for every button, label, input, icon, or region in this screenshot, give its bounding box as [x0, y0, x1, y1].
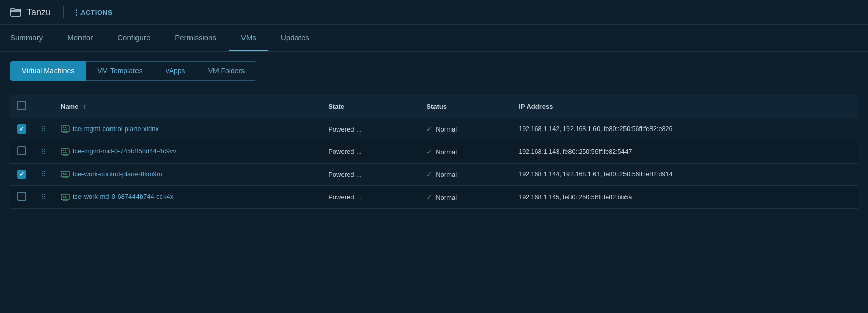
row-checkbox[interactable]	[17, 146, 26, 155]
col-header-name[interactable]: Name ↑	[53, 95, 321, 118]
col-header-status[interactable]: Status	[419, 95, 511, 118]
svg-rect-1	[61, 126, 69, 132]
subtab-vapps[interactable]: vApps	[154, 61, 197, 81]
select-all-checkbox[interactable]	[17, 101, 26, 110]
status-text: Normal	[436, 125, 457, 133]
status-check-icon: ✓	[426, 148, 432, 156]
nav-tabs: Summary Monitor Configure Permissions VM…	[0, 25, 868, 52]
row-checkbox-cell[interactable]	[10, 140, 34, 164]
vm-icon	[61, 193, 70, 201]
vm-name-cell: tce-work-md-0-687444b744-cck4x	[53, 186, 321, 209]
actions-button[interactable]: ACTIONS	[76, 9, 113, 16]
tab-vms[interactable]: VMs	[229, 25, 268, 51]
status-text: Normal	[436, 171, 457, 178]
row-checkbox[interactable]	[17, 170, 26, 179]
vm-status-cell: ✓Normal	[419, 118, 511, 140]
header: Tanzu ACTIONS	[0, 0, 868, 25]
table-row: ⠿ tce-mgmt-control-plane-xtdnxPowered ..…	[10, 118, 858, 140]
subtab-vm-templates[interactable]: VM Templates	[86, 61, 154, 81]
dots-icon	[76, 9, 77, 16]
drag-handle-cell[interactable]: ⠿	[34, 118, 53, 140]
vm-state-cell: Powered ...	[321, 140, 419, 164]
drag-dots-icon: ⠿	[41, 193, 46, 201]
vm-name-link[interactable]: tce-work-md-0-687444b744-cck4x	[73, 193, 173, 200]
status-check-icon: ✓	[426, 170, 432, 178]
tab-permissions[interactable]: Permissions	[162, 25, 229, 51]
vm-ip-cell: 192.168.1.145, fe80::250:56ff:fe82:bb5a	[511, 186, 858, 209]
vm-status-cell: ✓Normal	[419, 186, 511, 209]
status-check-icon: ✓	[426, 125, 432, 133]
row-checkbox-cell[interactable]	[10, 118, 34, 140]
row-checkbox[interactable]	[17, 192, 26, 201]
drag-handle-header	[34, 95, 53, 118]
table-row: ⠿ tce-mgmt-md-0-745b858d44-4c9vvPowered …	[10, 140, 858, 164]
vm-ip-cell: 192.168.1.144, 192.168.1.61, fe80::250:5…	[511, 164, 858, 186]
svg-rect-4	[61, 194, 69, 200]
vm-status-cell: ✓Normal	[419, 164, 511, 186]
vm-icon	[61, 148, 70, 156]
status-check-icon: ✓	[426, 193, 432, 201]
subtab-vm-folders[interactable]: VM Folders	[197, 61, 257, 81]
vm-ip-cell: 192.168.1.143, fe80::250:56ff:fe82:5447	[511, 140, 858, 164]
vm-ip-cell: 192.168.1.142, 192.168.1.60, fe80::250:5…	[511, 118, 858, 140]
vm-name-cell: tce-mgmt-md-0-745b858d44-4c9vv	[53, 140, 321, 164]
vm-state-cell: Powered ...	[321, 186, 419, 209]
sort-arrow-icon[interactable]: ↑	[83, 103, 86, 110]
vm-name-cell: tce-work-control-plane-8km9m	[53, 164, 321, 186]
svg-rect-2	[61, 149, 69, 154]
select-all-header[interactable]	[10, 95, 34, 118]
tab-configure[interactable]: Configure	[105, 25, 162, 51]
tab-updates[interactable]: Updates	[268, 25, 321, 51]
vm-state-cell: Powered ...	[321, 164, 419, 186]
tab-summary[interactable]: Summary	[10, 25, 55, 51]
table-row: ⠿ tce-work-control-plane-8km9mPowered ..…	[10, 164, 858, 186]
tab-monitor[interactable]: Monitor	[55, 25, 105, 51]
drag-dots-icon: ⠿	[41, 170, 46, 178]
status-text: Normal	[436, 194, 457, 201]
row-checkbox-cell[interactable]	[10, 164, 34, 186]
svg-rect-3	[61, 171, 69, 177]
drag-handle-cell[interactable]: ⠿	[34, 164, 53, 186]
subtab-virtual-machines[interactable]: Virtual Machines	[10, 61, 86, 81]
vm-table: Name ↑ State Status IP Address ⠿ tce-mgm…	[10, 95, 858, 209]
vm-name-link[interactable]: tce-work-control-plane-8km9m	[73, 170, 162, 178]
drag-dots-icon: ⠿	[41, 148, 46, 156]
row-checkbox[interactable]	[17, 124, 26, 134]
row-checkbox-cell[interactable]	[10, 186, 34, 209]
vm-name-cell: tce-mgmt-control-plane-xtdnx	[53, 118, 321, 140]
drag-dots-icon: ⠿	[41, 125, 46, 133]
drag-handle-cell[interactable]: ⠿	[34, 140, 53, 164]
vm-icon	[61, 170, 70, 178]
col-header-state[interactable]: State	[321, 95, 419, 118]
vm-table-container: Name ↑ State Status IP Address ⠿ tce-mgm…	[0, 95, 868, 219]
drag-handle-cell[interactable]: ⠿	[34, 186, 53, 209]
header-divider	[63, 6, 64, 18]
app-title: Tanzu	[26, 7, 51, 18]
status-text: Normal	[436, 148, 457, 156]
vm-icon	[61, 125, 70, 133]
folder-icon	[10, 8, 21, 17]
vm-name-link[interactable]: tce-mgmt-md-0-745b858d44-4c9vv	[73, 147, 176, 155]
vm-state-cell: Powered ...	[321, 118, 419, 140]
actions-label: ACTIONS	[80, 9, 113, 16]
table-row: ⠿ tce-work-md-0-687444b744-cck4xPowered …	[10, 186, 858, 209]
sub-tabs: Virtual Machines VM Templates vApps VM F…	[0, 52, 868, 90]
col-header-ip[interactable]: IP Address	[511, 95, 858, 118]
vm-status-cell: ✓Normal	[419, 140, 511, 164]
vm-name-link[interactable]: tce-mgmt-control-plane-xtdnx	[73, 125, 159, 133]
app-logo: Tanzu	[10, 7, 51, 18]
table-header-row: Name ↑ State Status IP Address	[10, 95, 858, 118]
